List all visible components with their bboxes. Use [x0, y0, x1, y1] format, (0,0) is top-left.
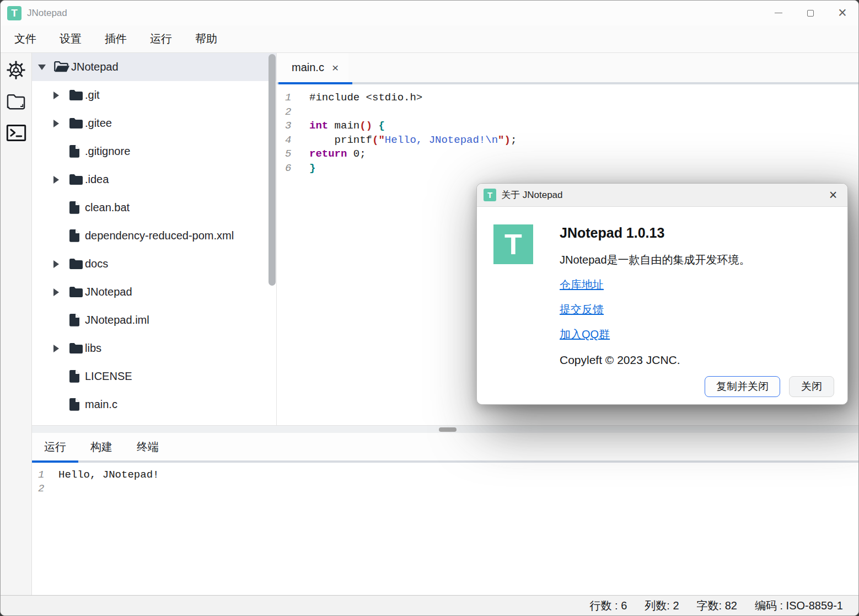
- repo-link[interactable]: 仓库地址: [560, 277, 604, 292]
- menu-settings[interactable]: 设置: [48, 31, 93, 46]
- menu-bar: 文件 设置 插件 运行 帮助: [1, 25, 858, 53]
- app-logo-icon: T: [7, 6, 22, 20]
- status-column: 列数: 2: [645, 598, 679, 613]
- menu-help[interactable]: 帮助: [184, 31, 229, 46]
- tree-row[interactable]: LICENSE: [32, 362, 276, 390]
- menu-plugins[interactable]: 插件: [93, 31, 138, 46]
- feedback-link[interactable]: 提交反馈: [560, 302, 604, 317]
- output-line: 2: [32, 483, 858, 496]
- copy-and-close-button[interactable]: 复制并关闭: [705, 376, 780, 397]
- qq-group-link[interactable]: 加入QQ群: [560, 327, 610, 342]
- close-icon: ×: [838, 6, 847, 20]
- about-dialog: T 关于 JNotepad × T JNotepad 1.0.13 JNotep…: [476, 183, 848, 405]
- close-button[interactable]: ×: [826, 1, 858, 25]
- file-icon: [69, 398, 79, 411]
- folder-icon: [69, 118, 83, 128]
- line-number: 4: [277, 134, 291, 148]
- tree-label[interactable]: JNotepad.iml: [85, 314, 149, 326]
- tree-row[interactable]: JNotepad.iml: [32, 306, 276, 334]
- tree-label[interactable]: JNotepad: [85, 286, 132, 298]
- folder-icon: [69, 90, 83, 100]
- terminal-button[interactable]: [3, 120, 29, 146]
- tab-run[interactable]: 运行: [32, 433, 78, 460]
- tab-terminal[interactable]: 终端: [125, 433, 171, 460]
- tree-row[interactable]: .git: [32, 81, 276, 109]
- status-char-count: 字数: 82: [697, 598, 737, 613]
- editor-tab-bar: main.c ×: [277, 53, 858, 84]
- status-line-count: 行数 : 6: [590, 598, 627, 613]
- settings-gear-button[interactable]: [3, 57, 29, 83]
- tree-row-root[interactable]: JNotepad: [32, 53, 276, 81]
- file-icon: [69, 201, 79, 214]
- app-name-version: JNotepad 1.0.13: [560, 225, 750, 241]
- code-line: 4 printf("Hello, JNotepad!\n");: [277, 134, 858, 148]
- chevron-right-icon[interactable]: [53, 120, 59, 127]
- tree-row[interactable]: .gitee: [32, 109, 276, 137]
- maximize-button[interactable]: [794, 1, 826, 25]
- chevron-right-icon[interactable]: [53, 260, 59, 268]
- tree-label[interactable]: clean.bat: [85, 201, 130, 214]
- folder-icon: [69, 343, 83, 353]
- tree-label[interactable]: LICENSE: [85, 370, 132, 383]
- app-description: JNotepad是一款自由的集成开发环境。: [560, 253, 750, 267]
- tree-scrollbar[interactable]: [269, 54, 276, 286]
- tree-row[interactable]: .gitignore: [32, 137, 276, 165]
- tree-label[interactable]: .git: [85, 89, 100, 101]
- tab-build[interactable]: 构建: [78, 433, 125, 460]
- folder-icon: [6, 93, 26, 110]
- tree-label[interactable]: docs: [85, 258, 108, 270]
- run-output[interactable]: 1 Hello, JNotepad! 2: [32, 463, 858, 595]
- tree-label[interactable]: .gitee: [85, 117, 112, 130]
- copyleft-text: Copyleft © 2023 JCNC.: [560, 353, 750, 367]
- gear-icon: [6, 60, 26, 81]
- close-dialog-button[interactable]: 关闭: [789, 376, 834, 397]
- tree-label[interactable]: .gitignore: [85, 145, 130, 158]
- tree-row[interactable]: clean.bat: [32, 194, 276, 222]
- terminal-icon: [6, 124, 26, 142]
- app-logo-icon: T: [484, 189, 496, 201]
- tree-label[interactable]: dependency-reduced-pom.xml: [85, 229, 234, 242]
- file-icon: [69, 229, 79, 242]
- tree-label[interactable]: .idea: [85, 173, 109, 186]
- horizontal-scrollbar-thumb[interactable]: [439, 427, 457, 432]
- minimize-button[interactable]: [763, 1, 794, 25]
- chevron-right-icon[interactable]: [53, 92, 59, 99]
- tree-row[interactable]: libs: [32, 334, 276, 362]
- code-line: 3 int main() {: [277, 120, 858, 134]
- line-number: 1: [277, 92, 291, 106]
- tree-row[interactable]: dependency-reduced-pom.xml: [32, 222, 276, 250]
- folder-icon: [69, 174, 83, 185]
- app-logo-large: T: [493, 224, 533, 264]
- horizontal-scrollbar[interactable]: [32, 425, 858, 433]
- minimize-icon: [775, 13, 782, 13]
- menu-run[interactable]: 运行: [138, 31, 184, 46]
- folder-icon: [69, 287, 83, 297]
- title-bar: T JNotepad ×: [1, 1, 858, 25]
- status-encoding: 编码 : ISO-8859-1: [755, 598, 843, 613]
- file-explorer-button[interactable]: [3, 89, 29, 114]
- tree-row[interactable]: .idea: [32, 165, 276, 194]
- tree-label[interactable]: libs: [85, 342, 101, 355]
- tree-label[interactable]: main.c: [85, 398, 117, 411]
- tree-row[interactable]: main.c: [32, 390, 276, 419]
- chevron-right-icon[interactable]: [53, 345, 59, 352]
- active-tab-indicator: [32, 460, 78, 463]
- chevron-right-icon[interactable]: [53, 176, 59, 184]
- bottom-tab-bar: 运行 构建 终端: [32, 433, 858, 463]
- dialog-close-icon[interactable]: ×: [819, 187, 847, 203]
- tree-row[interactable]: docs: [32, 250, 276, 278]
- folder-open-icon: [54, 61, 69, 73]
- chevron-right-icon[interactable]: [53, 288, 59, 296]
- tab-main-c[interactable]: main.c ×: [277, 53, 348, 82]
- chevron-down-icon[interactable]: [38, 65, 46, 70]
- tab-label: main.c: [292, 61, 324, 74]
- menu-file[interactable]: 文件: [3, 31, 48, 46]
- status-bar: 行数 : 6 列数: 2 字数: 82 编码 : ISO-8859-1: [1, 595, 858, 615]
- tree-row[interactable]: JNotepad: [32, 278, 276, 306]
- folder-icon: [69, 259, 83, 269]
- app-window: T JNotepad × 文件 设置 插件 运行 帮助: [0, 0, 859, 616]
- tree-label[interactable]: JNotepad: [71, 61, 119, 73]
- code-line: 5 return 0;: [277, 148, 858, 162]
- line-number: 6: [277, 162, 291, 176]
- tab-close-icon[interactable]: ×: [332, 61, 339, 74]
